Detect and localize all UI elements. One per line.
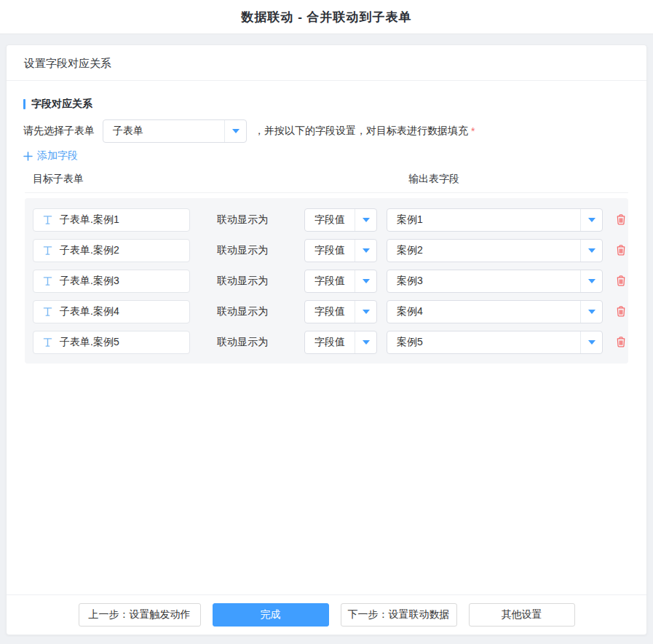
add-field-label: 添加字段 <box>37 149 78 162</box>
section-title: 字段对应关系 <box>23 98 646 111</box>
target-field-input[interactable]: 子表单.案例4 <box>33 300 190 323</box>
trash-icon <box>615 275 627 287</box>
panel-title: 设置字段对应关系 <box>7 45 646 81</box>
display-mode-value: 字段值 <box>305 240 355 262</box>
trash-icon <box>615 336 627 348</box>
chevron-down-icon <box>355 301 376 323</box>
column-output-field: 输出表字段 <box>408 173 459 186</box>
chevron-down-icon <box>355 209 376 231</box>
settings-panel: 设置字段对应关系 字段对应关系 请先选择子表单 子表单 ，并按以下的字段设置，对… <box>6 44 647 635</box>
display-mode-select[interactable]: 字段值 <box>304 270 377 293</box>
subform-select-value: 子表单 <box>103 120 224 142</box>
link-display-label: 联动显示为 <box>217 244 276 257</box>
table-row: 子表单.案例3 联动显示为 字段值 案例3 <box>33 270 628 293</box>
display-mode-select[interactable]: 字段值 <box>304 208 377 232</box>
link-display-label: 联动显示为 <box>217 305 276 318</box>
display-mode-value: 字段值 <box>305 301 355 323</box>
trash-icon <box>615 305 627 318</box>
column-target-subform: 目标子表单 <box>33 173 84 184</box>
target-field-value: 子表单.案例4 <box>60 305 119 318</box>
delete-row-button[interactable] <box>614 305 628 318</box>
dialog-header: 数据联动 - 合并联动到子表单 <box>0 0 653 34</box>
display-mode-value: 字段值 <box>305 270 355 292</box>
target-field-input[interactable]: 子表单.案例3 <box>33 270 190 293</box>
chevron-down-icon <box>355 270 376 292</box>
text-field-icon <box>43 215 52 225</box>
chevron-down-icon <box>580 331 602 353</box>
data-link-dialog: 数据联动 - 合并联动到子表单 设置字段对应关系 字段对应关系 请先选择子表单 … <box>0 0 653 644</box>
link-display-label: 联动显示为 <box>217 213 276 227</box>
output-field-value: 案例4 <box>387 301 580 323</box>
field-mapping-list: 子表单.案例1 联动显示为 字段值 案例1 子表单.案例2 <box>25 198 628 364</box>
chevron-down-icon <box>355 240 376 262</box>
delete-row-button[interactable] <box>614 275 628 288</box>
section-accent-bar <box>23 99 25 109</box>
text-field-icon <box>43 307 52 317</box>
chevron-down-icon <box>580 240 602 262</box>
output-field-value: 案例2 <box>387 240 580 262</box>
chevron-down-icon <box>580 301 602 323</box>
output-field-select[interactable]: 案例1 <box>387 208 603 232</box>
subform-selector-row: 请先选择子表单 子表单 ，并按以下的字段设置，对目标表进行数据填充 * <box>23 119 646 143</box>
target-field-value: 子表单.案例2 <box>60 244 119 257</box>
trash-icon <box>615 244 627 256</box>
target-field-value: 子表单.案例3 <box>60 275 119 288</box>
chevron-down-icon <box>580 209 602 231</box>
plus-icon <box>23 152 33 161</box>
finish-button[interactable]: 完成 <box>213 603 329 627</box>
display-mode-value: 字段值 <box>305 209 355 231</box>
chevron-down-icon <box>355 331 376 353</box>
selector-note: ，并按以下的字段设置，对目标表进行数据填充 <box>254 125 468 138</box>
chevron-down-icon <box>224 120 246 142</box>
display-mode-select[interactable]: 字段值 <box>304 239 377 262</box>
text-field-icon <box>43 246 52 256</box>
output-field-select[interactable]: 案例3 <box>387 270 603 293</box>
target-field-value: 子表单.案例5 <box>60 336 119 349</box>
output-field-select[interactable]: 案例5 <box>387 331 603 354</box>
delete-row-button[interactable] <box>614 213 628 227</box>
target-field-input[interactable]: 子表单.案例1 <box>33 208 190 232</box>
target-field-value: 子表单.案例1 <box>60 213 119 227</box>
subform-select[interactable]: 子表单 <box>103 119 247 143</box>
output-field-value: 案例5 <box>387 331 580 353</box>
other-settings-button[interactable]: 其他设置 <box>469 603 575 627</box>
output-field-select[interactable]: 案例2 <box>387 239 603 262</box>
table-row: 子表单.案例5 联动显示为 字段值 案例5 <box>33 331 628 354</box>
add-field-button[interactable]: 添加字段 <box>23 149 78 162</box>
link-display-label: 联动显示为 <box>217 336 276 349</box>
table-row: 子表单.案例2 联动显示为 字段值 案例2 <box>33 239 628 262</box>
display-mode-select[interactable]: 字段值 <box>304 331 377 354</box>
table-row: 子表单.案例4 联动显示为 字段值 案例4 <box>33 300 628 323</box>
delete-row-button[interactable] <box>614 244 628 257</box>
section-title-label: 字段对应关系 <box>31 98 92 111</box>
output-field-value: 案例3 <box>387 270 580 292</box>
text-field-icon <box>43 276 52 286</box>
output-field-value: 案例1 <box>387 209 580 231</box>
target-field-input[interactable]: 子表单.案例2 <box>33 239 190 262</box>
output-field-select[interactable]: 案例4 <box>387 300 603 323</box>
page-title: 数据联动 - 合并联动到子表单 <box>241 9 411 25</box>
subform-selector-label: 请先选择子表单 <box>23 125 95 138</box>
table-header: 目标子表单 输出表字段 <box>25 173 628 193</box>
required-mark: * <box>471 125 475 137</box>
dialog-footer: 上一步：设置触发动作 完成 下一步：设置联动数据 其他设置 <box>7 594 646 635</box>
link-display-label: 联动显示为 <box>217 275 276 288</box>
chevron-down-icon <box>580 270 602 292</box>
text-field-icon <box>43 337 52 347</box>
display-mode-select[interactable]: 字段值 <box>304 300 377 323</box>
trash-icon <box>615 213 627 226</box>
next-step-button[interactable]: 下一步：设置联动数据 <box>341 603 457 627</box>
prev-step-button[interactable]: 上一步：设置触发动作 <box>79 603 201 627</box>
display-mode-value: 字段值 <box>305 331 355 353</box>
delete-row-button[interactable] <box>614 336 628 349</box>
table-row: 子表单.案例1 联动显示为 字段值 案例1 <box>33 208 628 232</box>
target-field-input[interactable]: 子表单.案例5 <box>33 331 190 354</box>
